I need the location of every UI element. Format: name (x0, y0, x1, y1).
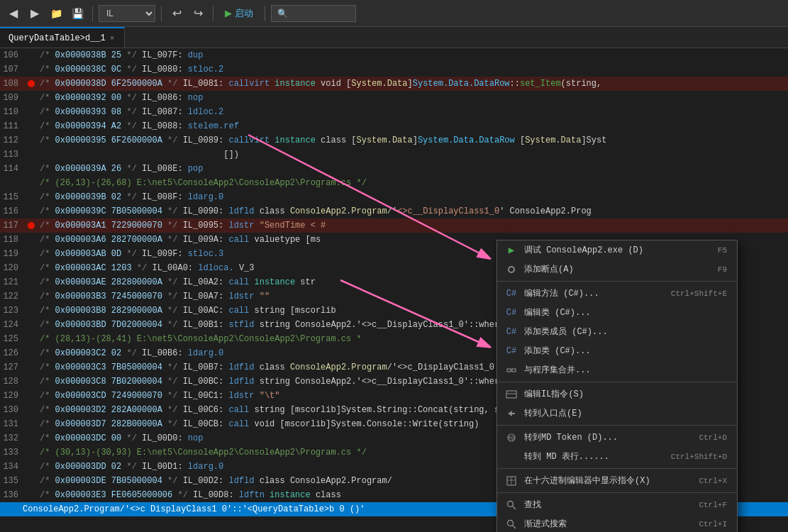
merge-icon (504, 365, 518, 376)
ctx-shortcut-debug-run: F5 (718, 246, 727, 255)
context-menu-item-debug-run[interactable]: ▶ 调试 ConsoleApp2.exe (D) F5 (497, 240, 737, 260)
csharp-icon3: C# (504, 327, 518, 337)
ctx-label-add-class: 添加类 (C#)... (524, 345, 721, 357)
ctx-shortcut-goto-md-row: Ctrl+Shift+D (671, 453, 727, 461)
table-row: 108 /* 0x0000038D 6F2500000A */ IL_0081:… (0, 77, 788, 91)
tab-label: QueryDataTable>d__1 (9, 33, 106, 43)
svg-line-13 (513, 506, 516, 509)
hex-icon (504, 475, 518, 487)
entry-icon (504, 408, 518, 419)
context-menu-item-search[interactable]: 查找 Ctrl+F (497, 495, 737, 514)
ctx-label-inc-search: 渐进式搜索 (524, 518, 693, 530)
ctx-label-hex: 在十六进制编辑器中显示指令(X) (524, 475, 693, 487)
tab-close-button[interactable]: × (110, 34, 115, 43)
table-row: 115 /* 0x0000039B 02 */ IL_008F: ldarg.0 (0, 190, 788, 204)
table-row: 116 /* 0x0000039C 7B05000004 */ IL_0090:… (0, 204, 788, 218)
table-row: 107 /* 0x0000038C 0C */ IL_0080: stloc.2 (0, 62, 788, 77)
table-row: 117 /* 0x000003A1 7229000070 */ IL_0095:… (0, 218, 788, 233)
svg-rect-2 (507, 369, 511, 372)
context-menu-item-hex[interactable]: 在十六进制编辑器中显示指令(X) Ctrl+X (497, 471, 737, 490)
csharp-icon: C# (504, 289, 518, 299)
svg-line-15 (513, 525, 516, 528)
context-menu-item-add-bp[interactable]: 添加断点(A) F9 (497, 260, 737, 279)
breakpoint-indicator (28, 80, 35, 87)
run-icon: ▶ (504, 244, 518, 256)
tab-query[interactable]: QueryDataTable>d__1 × (0, 27, 125, 48)
run-label: 启动 (235, 7, 253, 20)
ctx-shortcut-hex: Ctrl+X (699, 477, 727, 485)
svg-rect-5 (506, 391, 516, 398)
table-row: /* (26,13)-(26,68) E:\net5\ConsoleApp2\C… (0, 176, 788, 190)
separator-2 (161, 6, 162, 21)
ctx-label-merge: 与程序集合并... (524, 364, 721, 376)
ctx-label-goto-md: 转到MD Token (D)... (524, 431, 693, 443)
language-dropdown[interactable]: IL C# (99, 5, 155, 22)
run-button[interactable]: ▶ 启动 (219, 6, 259, 21)
forward-button[interactable]: ▶ (26, 4, 44, 23)
ctx-sep-1 (497, 281, 737, 282)
ctx-label-edit-cs: 编辑方法 (C#)... (524, 287, 665, 299)
context-menu-item-goto-md[interactable]: MD 转到MD Token (D)... Ctrl+D (497, 428, 737, 447)
ctx-label-debug-run: 调试 ConsoleApp2.exe (D) (524, 244, 712, 256)
ctx-label-add-member: 添加类成员 (C#)... (524, 326, 721, 338)
ctx-label-goto-md-row: 转到 MD 表行...... (524, 450, 665, 462)
il-icon (504, 389, 518, 400)
svg-rect-3 (512, 369, 516, 372)
save-button[interactable]: 💾 (68, 4, 87, 23)
redo-button[interactable]: ↪ (189, 4, 207, 23)
ctx-sep-2 (497, 382, 737, 382)
inc-search-icon (504, 519, 518, 529)
svg-point-12 (508, 501, 514, 506)
table-row: 109 /* 0x00000392 00 */ IL_0086: nop (0, 91, 788, 105)
search-icon (504, 500, 518, 510)
table-row: 111 /* 0x00000394 A2 */ IL_0088: stelem.… (0, 119, 788, 133)
ctx-sep-5 (497, 492, 737, 493)
tabbar: QueryDataTable>d__1 × (0, 27, 788, 48)
ctx-shortcut-inc-search: Ctrl+I (699, 520, 727, 528)
code-area: 106 /* 0x0000038B 25 */ IL_007F: dup 107… (0, 48, 788, 532)
ctx-label-edit-class: 编辑类 (C#)... (524, 306, 721, 318)
context-menu-item-edit-il[interactable]: 编辑IL指令(S) (497, 384, 737, 404)
context-menu-item-merge[interactable]: 与程序集合并... (497, 360, 737, 379)
run-icon: ▶ (225, 8, 232, 18)
svg-point-14 (508, 520, 514, 526)
context-menu-item-inc-search[interactable]: 渐进式搜索 Ctrl+I (497, 514, 737, 532)
breakpoint-indicator (28, 222, 35, 229)
token-icon: MD (504, 432, 518, 443)
table-row: 112 /* 0x00000395 6F2600000A */ IL_0089:… (0, 133, 788, 148)
undo-button[interactable]: ↩ (167, 4, 186, 23)
separator-4 (265, 6, 265, 21)
ctx-sep-3 (497, 425, 737, 426)
back-button[interactable]: ◀ (4, 4, 23, 23)
context-menu: ▶ 调试 ConsoleApp2.exe (D) F5 添加断点(A) F9 C… (496, 240, 738, 532)
ctx-label-goto-entry: 转到入口点(E) (524, 407, 721, 419)
ctx-label-edit-il: 编辑IL指令(S) (524, 388, 721, 400)
table-row: 113 []) (0, 148, 788, 162)
ctx-label-search: 查找 (524, 499, 693, 511)
context-menu-item-add-class[interactable]: C# 添加类 (C#)... (497, 341, 737, 360)
separator-1 (92, 6, 93, 21)
svg-text:MD: MD (509, 436, 514, 441)
open-button[interactable]: 📁 (47, 4, 65, 23)
context-menu-item-add-member[interactable]: C# 添加类成员 (C#)... (497, 322, 737, 341)
csharp-icon2: C# (504, 308, 518, 318)
ctx-shortcut-edit-cs: Ctrl+Shift+E (671, 289, 727, 298)
ctx-shortcut-add-bp: F9 (718, 265, 727, 274)
csharp-icon4: C# (504, 346, 518, 356)
ctx-sep-4 (497, 468, 737, 469)
table-row: 114 /* 0x0000039A 26 */ IL_008E: pop (0, 162, 788, 176)
context-menu-item-goto-md-row[interactable]: 转到 MD 表行...... Ctrl+Shift+D (497, 447, 737, 466)
ctx-shortcut-search: Ctrl+F (699, 501, 727, 509)
search-input[interactable] (271, 5, 356, 22)
ctx-shortcut-goto-md: Ctrl+D (699, 433, 727, 442)
context-menu-item-goto-entry[interactable]: 转到入口点(E) (497, 404, 737, 423)
context-menu-item-edit-cs[interactable]: C# 编辑方法 (C#)... Ctrl+Shift+E (497, 284, 737, 303)
breakpoint-icon (504, 266, 518, 273)
table-row: 110 /* 0x00000393 08 */ IL_0087: ldloc.2 (0, 105, 788, 119)
separator-3 (213, 6, 213, 21)
table-row: 106 /* 0x0000038B 25 */ IL_007F: dup (0, 48, 788, 62)
context-menu-item-edit-class[interactable]: C# 编辑类 (C#)... (497, 303, 737, 322)
ctx-label-add-bp: 添加断点(A) (524, 263, 712, 275)
toolbar: ◀ ▶ 📁 💾 IL C# ↩ ↪ ▶ 启动 (0, 0, 788, 27)
